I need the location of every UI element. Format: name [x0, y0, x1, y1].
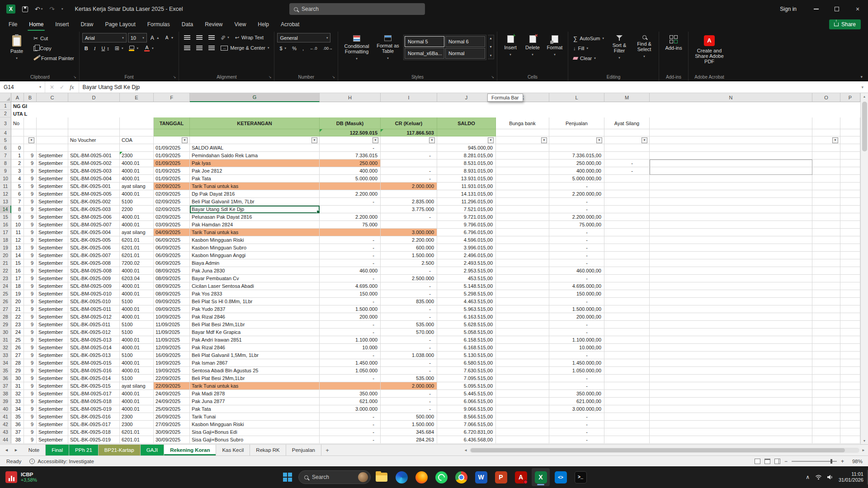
copy-button[interactable]: Copy	[31, 44, 76, 53]
cell-O40[interactable]	[812, 405, 840, 413]
cell-P14[interactable]	[840, 206, 860, 213]
cell-K22[interactable]	[496, 267, 549, 275]
cell-B18[interactable]: 9	[24, 236, 37, 244]
cell-L40[interactable]: 3.000.000,00	[549, 405, 604, 413]
cell-A13[interactable]: 7	[11, 198, 24, 206]
cell-K16[interactable]	[496, 221, 549, 229]
cell-M31[interactable]	[604, 336, 650, 344]
cell-C33[interactable]: September	[37, 352, 68, 359]
cell-P8[interactable]	[840, 160, 860, 167]
cell-O8[interactable]	[812, 160, 840, 167]
cell-J6[interactable]: 945.000,00	[437, 144, 496, 152]
cell-H36[interactable]: -	[320, 375, 381, 382]
taskbar-app-powerpoint[interactable]: P	[492, 468, 510, 486]
grid-cell[interactable]	[549, 129, 604, 136]
cell-B8[interactable]: 9	[24, 160, 37, 167]
grid-cell[interactable]	[11, 129, 24, 136]
cell-G25[interactable]: Pak Yos 2833	[190, 290, 320, 298]
cell-L39[interactable]: 621.000,00	[549, 398, 604, 405]
cell-F24[interactable]: 08/09/2025	[154, 282, 190, 290]
cell-D41[interactable]: SDL-BK-0925-016	[68, 413, 120, 421]
cell-J30[interactable]: 5.058.515,00	[437, 328, 496, 336]
ribbon-tab-insert[interactable]: Insert	[49, 18, 75, 31]
cell-E27[interactable]: 4000.01	[120, 305, 154, 313]
cell-E8[interactable]: 4000.01	[120, 160, 154, 167]
cell-M27[interactable]	[604, 305, 650, 313]
column-header-D[interactable]: D	[68, 93, 120, 102]
cell-M6[interactable]	[604, 144, 650, 152]
cell-I28[interactable]: -	[381, 313, 437, 321]
style-normal-x6ba[interactable]: Normal_x6Ba...	[405, 48, 444, 59]
cell-L35[interactable]: 1.050.000,00	[549, 367, 604, 375]
cell-H12[interactable]: 2.200.000	[320, 190, 381, 198]
cell-A25[interactable]: 19	[11, 290, 24, 298]
filter-dropdown-icon[interactable]: ▼	[541, 137, 547, 143]
cell-E13[interactable]: 5100	[120, 198, 154, 206]
sheet-tab-final[interactable]: Final	[46, 445, 69, 455]
grid-cell[interactable]	[190, 129, 320, 136]
cell-B37[interactable]: 9	[24, 382, 37, 390]
cell-M23[interactable]	[604, 275, 650, 282]
cell-J34[interactable]: 6.580.515,00	[437, 359, 496, 367]
enter-icon[interactable]: ✓	[60, 84, 64, 90]
cell-G31[interactable]: Pak Andri Irawan 2851	[190, 336, 320, 344]
grid-cell[interactable]	[37, 136, 68, 144]
cell-C10[interactable]: September	[37, 175, 68, 183]
cell-F38[interactable]: 24/09/2025	[154, 390, 190, 398]
cell-J23[interactable]: 453.515,00	[437, 275, 496, 282]
cell-J36[interactable]: 7.095.515,00	[437, 375, 496, 382]
cell-G8[interactable]: Pak Iyas	[190, 160, 320, 167]
grid-cell[interactable]	[11, 136, 24, 144]
row-header-34[interactable]: 34	[0, 359, 11, 367]
row-header-44[interactable]: 44	[0, 436, 11, 444]
format-cells-button[interactable]: Format▾	[544, 33, 565, 57]
cell-H16[interactable]: 75.000	[320, 221, 381, 229]
cell-D15[interactable]: SDL-BM-0925-006	[68, 213, 120, 221]
gallery-down-button[interactable]: ▼	[489, 45, 492, 48]
cell-P10[interactable]	[840, 175, 860, 183]
cell-I31[interactable]: -	[381, 336, 437, 344]
cell-A12[interactable]: 6	[11, 190, 24, 198]
scroll-right-icon[interactable]: ►	[862, 448, 865, 452]
cell-B24[interactable]: 9	[24, 282, 37, 290]
cell-M41[interactable]	[604, 413, 650, 421]
cell-I35[interactable]: -	[381, 367, 437, 375]
cell-O19[interactable]	[812, 244, 840, 252]
row-header-27[interactable]: 27	[0, 305, 11, 313]
ribbon-tab-acrobat[interactable]: Acrobat	[275, 18, 305, 31]
cell-F42[interactable]: 27/09/2025	[154, 421, 190, 428]
cell-O14[interactable]	[812, 206, 840, 213]
cell-L14[interactable]: -	[549, 206, 604, 213]
cell-C22[interactable]: September	[37, 267, 68, 275]
cell-A43[interactable]: 37	[11, 428, 24, 436]
cell-K11[interactable]	[496, 183, 549, 190]
cell-J37[interactable]: 5.095.515,00	[437, 382, 496, 390]
cell-L41[interactable]: -	[549, 413, 604, 421]
cell-D30[interactable]: SDL-BK-0925-012	[68, 328, 120, 336]
cell-P6[interactable]	[840, 144, 860, 152]
cell-N11[interactable]	[650, 183, 812, 190]
cell-A29[interactable]: 23	[11, 321, 24, 328]
cell-N33[interactable]	[650, 352, 812, 359]
filter-cell-h[interactable]: ▼	[320, 136, 381, 144]
grid-cell[interactable]	[37, 117, 68, 129]
autosum-button[interactable]: ∑AutoSum▾	[571, 34, 606, 43]
cell-O9[interactable]	[812, 167, 840, 175]
cell-M24[interactable]	[604, 282, 650, 290]
bold-button[interactable]: B	[82, 44, 90, 53]
accessibility-status[interactable]: i Accessibility: Investigate	[29, 459, 94, 464]
select-all-corner[interactable]	[0, 93, 11, 102]
name-box[interactable]: G14▾	[0, 81, 45, 93]
cell-O20[interactable]	[812, 252, 840, 259]
cell-K44[interactable]	[496, 436, 549, 444]
cell-L24[interactable]: 4.695.000,00	[549, 282, 604, 290]
cell-H42[interactable]: -	[320, 421, 381, 428]
grid-cell[interactable]	[840, 136, 860, 144]
cell-F15[interactable]: 02/09/2025	[154, 213, 190, 221]
row-header-25[interactable]: 25	[0, 290, 11, 298]
grid-cell[interactable]	[840, 117, 860, 129]
cell-G6[interactable]: SALDO AWAL	[190, 144, 320, 152]
volume-icon[interactable]	[827, 474, 833, 480]
cell-H38[interactable]: 350.000	[320, 390, 381, 398]
cell-K19[interactable]	[496, 244, 549, 252]
